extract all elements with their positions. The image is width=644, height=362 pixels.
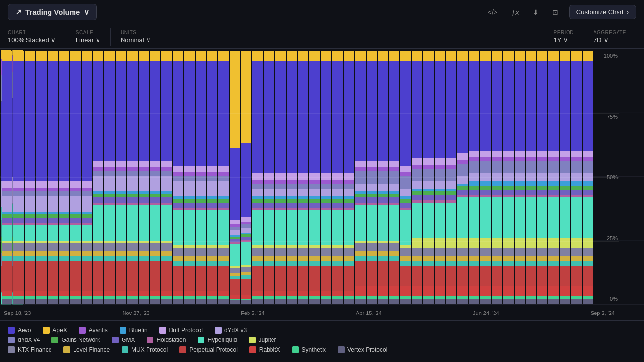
bar-segment [492, 256, 502, 261]
bar-23 [264, 51, 274, 304]
bar-segment [104, 291, 115, 296]
bar-segment [241, 224, 251, 228]
bar-segment [287, 248, 297, 256]
bar-segment [492, 51, 502, 61]
bar-segment [537, 248, 547, 256]
bar-segment [264, 266, 274, 291]
fx-icon-button[interactable]: ƒx [508, 6, 522, 18]
bar-segment [264, 61, 274, 174]
bar-segment [116, 243, 126, 250]
bar-segment [423, 256, 434, 261]
chart-type-select[interactable]: 100% Stacked ∨ [8, 36, 56, 44]
bar-segment [537, 299, 547, 304]
bar-segment [48, 291, 58, 296]
bar-segment [560, 190, 570, 195]
bar-segment [287, 203, 297, 208]
bar-segment [480, 266, 491, 286]
bar-segment [59, 243, 69, 250]
bar-segment [378, 243, 388, 250]
bar-segment [173, 203, 183, 208]
bar-segment [560, 286, 570, 296]
aggregate-select[interactable]: 7D ∨ [594, 36, 626, 44]
bar-segment [161, 161, 172, 168]
units-select[interactable]: Nominal ∨ [121, 36, 151, 44]
bar-segment [116, 51, 126, 61]
bar-segment [25, 188, 35, 192]
bar-segment [344, 189, 354, 196]
bar-segment [321, 180, 331, 184]
bar-segment [13, 188, 24, 192]
bar-segment [13, 251, 24, 256]
bar-segment [275, 266, 286, 291]
bar-segment [321, 203, 331, 208]
bar-segment [104, 261, 115, 291]
bar-segment [93, 291, 103, 296]
legend: Aevo ApeX Avantis Bluefin Drift Protocol [0, 320, 644, 362]
bar-segment [218, 51, 228, 61]
bar-segment [446, 169, 456, 181]
bar-2 [25, 51, 35, 304]
scale-select[interactable]: Linear ∨ [76, 36, 100, 44]
bar-segment [207, 61, 217, 166]
bar-segment [13, 291, 24, 296]
bar-segment [526, 238, 536, 248]
bar-segment [36, 299, 47, 304]
bar-segment [36, 51, 47, 61]
period-select[interactable]: 1Y ∨ [554, 36, 574, 44]
bar-segment [116, 205, 126, 241]
mux-color [122, 346, 128, 353]
period-label: PERIOD [554, 30, 574, 35]
bar-segment [116, 167, 126, 171]
bar-segment [196, 266, 206, 291]
bar-segment [423, 238, 434, 248]
bar-segment [207, 210, 217, 245]
bar-segment [492, 197, 502, 238]
bar-segment [367, 261, 377, 286]
customize-arrow: › [627, 8, 629, 16]
bar-segment [287, 210, 297, 245]
bar-segment [241, 300, 251, 304]
bar-segment [389, 261, 399, 286]
bar-segment [548, 256, 559, 261]
customize-chart-button[interactable]: Customize Chart › [569, 5, 636, 19]
bar-segment [503, 299, 513, 304]
bar-segment [367, 161, 377, 168]
fx-icon: ƒx [511, 8, 519, 16]
bar-segment [36, 291, 47, 296]
bar-segment [526, 248, 536, 256]
period-group: PERIOD 1Y ∨ [554, 28, 584, 46]
bar-segment [344, 261, 354, 265]
camera-icon-button[interactable]: ⊡ [549, 6, 561, 18]
bar-segment [25, 214, 35, 218]
bar-segment [139, 176, 149, 192]
bar-segment [537, 266, 547, 286]
title-button[interactable]: ↗ Trading Volume ∨ [8, 4, 97, 20]
bar-segment [161, 243, 172, 250]
bar-segment [196, 203, 206, 208]
bar-segment [252, 266, 263, 291]
bar-segment [446, 181, 456, 189]
bar-segment [59, 291, 69, 296]
bar-segment [400, 266, 411, 286]
bar-21 [241, 51, 251, 304]
bar-segment [161, 291, 172, 296]
bar-segment [48, 251, 58, 256]
bar-segment [13, 261, 24, 291]
download-icon-button[interactable]: ⬇ [530, 6, 542, 18]
bar-33 [378, 51, 388, 304]
bar-segment [344, 184, 354, 189]
bar-segment [218, 181, 228, 196]
bar-segment [127, 194, 138, 198]
bar-segment [548, 190, 559, 195]
bar-segment [423, 165, 434, 169]
bar-segment [400, 61, 411, 166]
bar-segment [480, 151, 491, 157]
bar-segment [196, 248, 206, 256]
bar-segment [480, 157, 491, 161]
bar-segment [446, 261, 456, 265]
bar-segment [389, 197, 399, 202]
code-icon-button[interactable]: </> [485, 6, 500, 18]
bar-segment [2, 291, 12, 296]
bar-segment [150, 256, 160, 261]
bar-segment [252, 203, 263, 208]
